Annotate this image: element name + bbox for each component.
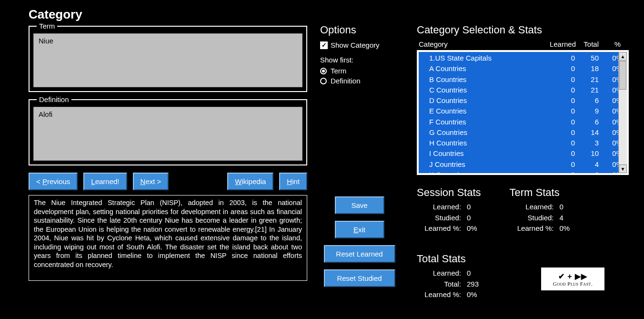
save-button[interactable]: Save: [335, 196, 384, 214]
list-item[interactable]: F Countries060%: [419, 117, 618, 127]
info-text: The Niue Integrated Strategic Plan (NISP…: [29, 195, 307, 281]
definition-fieldset: Definition Alofi: [29, 99, 307, 165]
list-item[interactable]: H Countries030%: [419, 138, 618, 148]
session-stats: Session Stats Learned:0 Studied:0 Learne…: [417, 186, 481, 234]
list-item[interactable]: B Countries0210%: [419, 74, 618, 85]
next-button[interactable]: Next >: [133, 173, 169, 190]
list-item[interactable]: E Countries090%: [419, 106, 618, 116]
radio-icon: [320, 68, 327, 74]
category-listbox[interactable]: 1.US State Capitals0500%A Countries0180%…: [417, 50, 629, 175]
radio-term[interactable]: Term: [320, 67, 408, 75]
hint-button[interactable]: Hint: [279, 173, 307, 190]
show-category-checkbox[interactable]: ✓ Show Category: [320, 41, 408, 49]
show-category-label: Show Category: [331, 41, 380, 49]
list-item[interactable]: 1.US State Capitals0500%: [419, 53, 618, 63]
learned-button[interactable]: Learned!: [83, 173, 127, 190]
list-item[interactable]: K Countries060%: [419, 170, 618, 173]
list-item[interactable]: J Countries040%: [419, 159, 618, 170]
term-value: Niue: [33, 33, 302, 87]
list-item[interactable]: I Countries0100%: [419, 148, 618, 159]
definition-value: Alofi: [33, 107, 302, 161]
scroll-down-icon[interactable]: ▼: [619, 165, 627, 173]
reset-learned-button[interactable]: Reset Learned: [324, 245, 395, 263]
radio-definition[interactable]: Definition: [320, 77, 408, 85]
scroll-up-icon[interactable]: ▲: [619, 52, 627, 61]
show-first-label: Show first:: [320, 56, 408, 64]
total-stats: Total Stats Learned:0 Total:293 Learned …: [417, 253, 560, 300]
reset-studied-button[interactable]: Reset Studied: [324, 269, 395, 287]
exit-button[interactable]: Exit: [335, 221, 384, 238]
list-item[interactable]: A Countries0180%: [419, 63, 618, 74]
scrollbar[interactable]: ▲ ▼: [618, 52, 627, 173]
logo: ✔ + ▶▶ Good Plus Fast.: [541, 267, 605, 291]
term-stats: Term Stats Learned:0 Studied:4 Learned %…: [510, 186, 570, 234]
category-stats-title: Category Selection & Stats: [417, 24, 629, 36]
term-legend: Term: [37, 22, 57, 30]
wikipedia-button[interactable]: Wikipedia: [227, 173, 273, 190]
category-stats-header: Category Learned Total %: [417, 40, 629, 48]
list-item[interactable]: D Countries060%: [419, 95, 618, 106]
logo-icon: ✔ + ▶▶: [558, 272, 587, 281]
radio-icon: [320, 78, 327, 84]
page-title: Category: [29, 7, 307, 22]
term-fieldset: Term Niue: [29, 26, 307, 92]
checkbox-icon: ✓: [320, 41, 328, 49]
list-item[interactable]: C Countries0210%: [419, 85, 618, 95]
definition-legend: Definition: [37, 95, 71, 103]
options-title: Options: [320, 24, 408, 36]
list-item[interactable]: G Countries0140%: [419, 127, 618, 138]
scroll-thumb[interactable]: [619, 61, 626, 90]
previous-button[interactable]: < Previous: [29, 173, 78, 190]
logo-text: Good Plus Fast.: [553, 281, 593, 287]
